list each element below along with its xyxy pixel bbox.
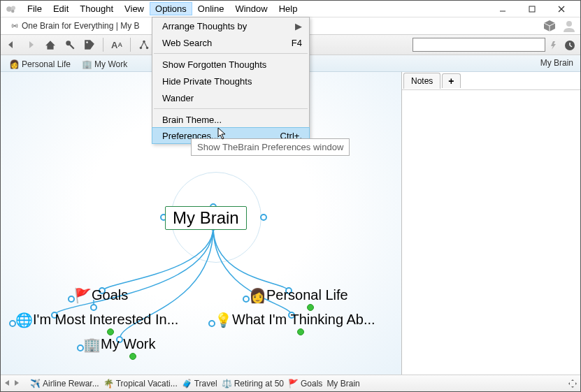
menu-edit[interactable]: Edit: [48, 2, 74, 15]
plane-icon: ✈️: [30, 379, 41, 389]
svg-line-22: [144, 41, 148, 48]
menu-arrange-thoughts[interactable]: Arrange Thoughts by▶: [152, 17, 309, 34]
crumb-label: Retiring at 50: [234, 379, 284, 389]
green-dot-icon: [129, 353, 136, 360]
right-panel-tabs: Notes +: [402, 72, 580, 90]
menu-web-search[interactable]: Web SearchF4: [152, 34, 309, 51]
broadcast-icon: [10, 22, 19, 30]
tab-add-button[interactable]: +: [442, 73, 460, 88]
person-icon: 👩: [251, 289, 264, 302]
green-dot-icon: [307, 304, 314, 311]
layout-button[interactable]: [138, 38, 150, 51]
svg-marker-33: [568, 382, 570, 385]
svg-marker-30: [15, 380, 19, 386]
toolbar-separator: [130, 38, 131, 52]
search-input[interactable]: [413, 38, 545, 52]
pinned-tab-my-work[interactable]: 🏢 My Work: [76, 57, 133, 71]
node-personal-life[interactable]: 👩 Personal Life: [251, 287, 348, 303]
crumb-label: Tropical Vacati...: [116, 379, 178, 389]
node-port[interactable]: [90, 304, 97, 311]
mouse-cursor-icon: [217, 127, 227, 140]
green-dot-icon: [297, 328, 304, 335]
luggage-icon: 🧳: [182, 379, 192, 389]
tag-button[interactable]: [83, 38, 96, 51]
history-forward-icon[interactable]: [13, 379, 20, 389]
brain-name-label: My Brain: [540, 58, 573, 68]
svg-marker-23: [551, 41, 556, 50]
palm-icon: 🌴: [103, 379, 114, 389]
home-button[interactable]: [44, 38, 57, 51]
pin-button[interactable]: [64, 38, 76, 51]
svg-marker-16: [85, 40, 94, 50]
menu-item-label: Show Forgotten Thoughts: [162, 59, 266, 70]
crumb-label: Goals: [301, 379, 322, 389]
node-root[interactable]: My Brain: [165, 206, 247, 230]
svg-point-17: [86, 41, 88, 43]
node-interested[interactable]: 🌐 I'm Most Interested In...: [17, 312, 178, 328]
pinned-tab-label: Personal Life: [22, 59, 71, 69]
svg-marker-29: [5, 380, 9, 386]
breadcrumb-bar: ✈️Airline Rewar... 🌴Tropical Vacati... 🧳…: [1, 375, 580, 391]
svg-marker-34: [575, 382, 577, 385]
menu-help[interactable]: Help: [273, 2, 303, 15]
node-port-right[interactable]: [260, 214, 267, 221]
options-menu-dropdown: Arrange Thoughts by▶ Web SearchF4 Show F…: [152, 17, 310, 144]
nav-forward-button[interactable]: [24, 38, 37, 51]
svg-point-2: [11, 9, 15, 13]
tab-notes[interactable]: Notes: [403, 73, 440, 89]
crumb-label: Travel: [194, 379, 217, 389]
menu-item-shortcut: F4: [292, 38, 302, 48]
brain-tab[interactable]: One Brain for Everything | My B: [5, 20, 145, 32]
notes-content-area[interactable]: [402, 90, 580, 375]
node-label: What I'm Thinking Ab...: [232, 312, 375, 328]
cube-icon[interactable]: [543, 19, 557, 35]
submenu-arrow-icon: ▶: [295, 21, 302, 31]
instant-activate-icon[interactable]: [547, 39, 559, 52]
menu-online[interactable]: Online: [192, 2, 230, 15]
svg-line-21: [141, 41, 144, 48]
menu-file[interactable]: File: [22, 2, 48, 15]
menu-hide-private[interactable]: Hide Private Thoughts: [152, 73, 309, 89]
menu-item-label: Hide Private Thoughts: [162, 76, 252, 87]
node-thinking[interactable]: 💡 What I'm Thinking Ab...: [217, 312, 375, 328]
menu-brain-theme[interactable]: Brain Theme...: [152, 111, 309, 128]
toolbar-separator: [103, 38, 103, 52]
menu-options[interactable]: Options: [150, 2, 192, 15]
window-minimize-button[interactable]: [488, 1, 517, 17]
menu-thought[interactable]: Thought: [74, 2, 119, 15]
menu-item-label: Arrange Thoughts by: [162, 21, 247, 31]
user-icon[interactable]: [562, 19, 576, 35]
nav-back-button[interactable]: [5, 38, 17, 51]
crumb-my-brain[interactable]: My Brain: [327, 379, 359, 389]
node-my-work[interactable]: 🏢 My Work: [85, 336, 156, 352]
resize-handle-icon[interactable]: [568, 379, 578, 389]
pinned-tab-personal-life[interactable]: 👩 Personal Life: [3, 57, 76, 71]
svg-rect-4: [529, 6, 535, 12]
menu-view[interactable]: View: [119, 2, 150, 15]
person-icon: 👩: [9, 59, 20, 69]
building-icon: 🏢: [82, 59, 92, 69]
lightbulb-icon: 💡: [217, 314, 229, 326]
svg-marker-13: [45, 41, 55, 50]
crumb-label: Airline Rewar...: [43, 379, 99, 389]
crumb-airline[interactable]: ✈️Airline Rewar...: [30, 379, 99, 389]
window-maximize-button[interactable]: [517, 1, 547, 17]
crumb-retiring[interactable]: ⚖️Retiring at 50: [222, 379, 284, 389]
node-label: Goals: [92, 287, 128, 303]
svg-marker-28: [218, 128, 225, 139]
balance-icon: ⚖️: [222, 379, 232, 389]
crumb-travel[interactable]: 🧳Travel: [182, 379, 217, 389]
history-back-icon[interactable]: [3, 379, 10, 389]
svg-marker-32: [571, 386, 574, 388]
crumb-goals[interactable]: 🚩Goals: [288, 379, 322, 389]
menu-window[interactable]: Window: [229, 2, 273, 15]
clock-icon[interactable]: [564, 39, 576, 52]
menu-item-label: Web Search: [162, 38, 212, 48]
menu-separator: [154, 53, 308, 54]
menu-wander[interactable]: Wander: [152, 89, 309, 106]
crumb-tropical[interactable]: 🌴Tropical Vacati...: [103, 379, 178, 389]
window-close-button[interactable]: [547, 1, 576, 17]
menu-show-forgotten[interactable]: Show Forgotten Thoughts: [152, 56, 309, 73]
text-size-button[interactable]: AA: [110, 38, 123, 51]
node-goals[interactable]: 🚩 Goals: [76, 287, 128, 303]
